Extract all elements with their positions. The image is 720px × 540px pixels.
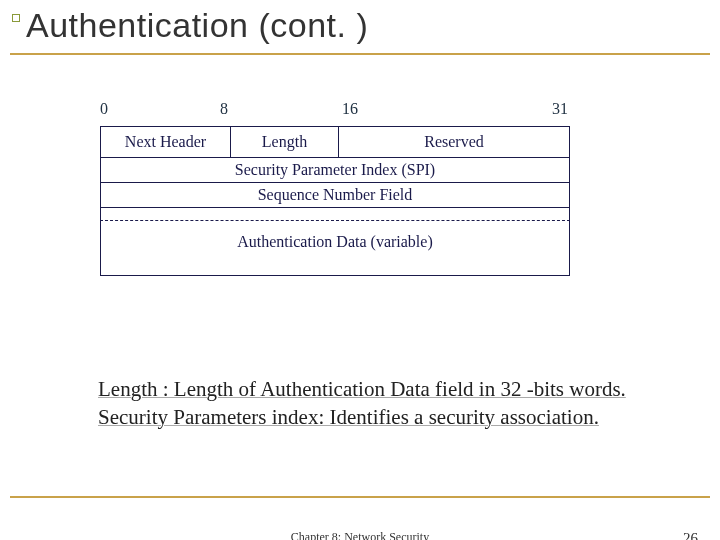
field-spi: Security Parameter Index (SPI) (101, 158, 569, 182)
field-seq: Sequence Number Field (101, 183, 569, 207)
row-gap (100, 208, 570, 220)
field-next-header: Next Header (101, 127, 231, 157)
title-area: Authentication (cont. ) (0, 0, 720, 55)
desc-line-1: Length : Length of Authentication Data f… (98, 376, 626, 404)
bit-label-31: 31 (552, 100, 568, 118)
row-2: Security Parameter Index (SPI) (100, 157, 570, 182)
bit-position-labels: 0 8 16 31 (100, 100, 600, 120)
row-4: Authentication Data (variable) (100, 220, 570, 276)
footer-rule (10, 496, 710, 498)
slide-title: Authentication (cont. ) (10, 6, 720, 45)
row-1: Next Header Length Reserved (100, 126, 570, 157)
page-number: 26 (683, 530, 698, 540)
footer-chapter: Chapter 8: Network Security (0, 530, 720, 540)
bit-label-8: 8 (220, 100, 228, 118)
desc-line-2: Security Parameters index: Identifies a … (98, 404, 626, 432)
bit-label-16: 16 (342, 100, 358, 118)
header-format-diagram: 0 8 16 31 Next Header Length Reserved Se… (100, 100, 600, 276)
field-reserved: Reserved (339, 127, 569, 157)
bit-label-0: 0 (100, 100, 108, 118)
description-text: Length : Length of Authentication Data f… (98, 376, 626, 431)
field-auth-data: Authentication Data (variable) (101, 221, 569, 275)
field-length: Length (231, 127, 339, 157)
title-underline (10, 53, 710, 55)
row-3: Sequence Number Field (100, 182, 570, 208)
title-accent-square (12, 14, 20, 22)
